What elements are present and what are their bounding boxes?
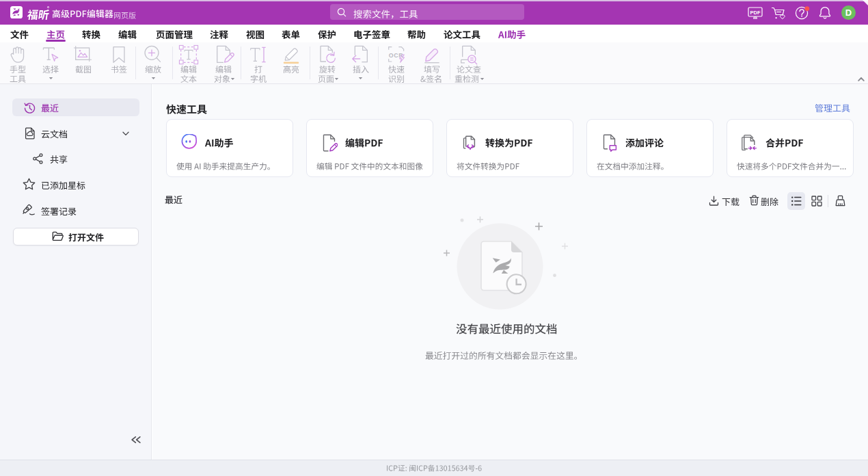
svg-text:OCR: OCR bbox=[388, 52, 403, 59]
svg-text:PDF: PDF bbox=[750, 10, 761, 16]
